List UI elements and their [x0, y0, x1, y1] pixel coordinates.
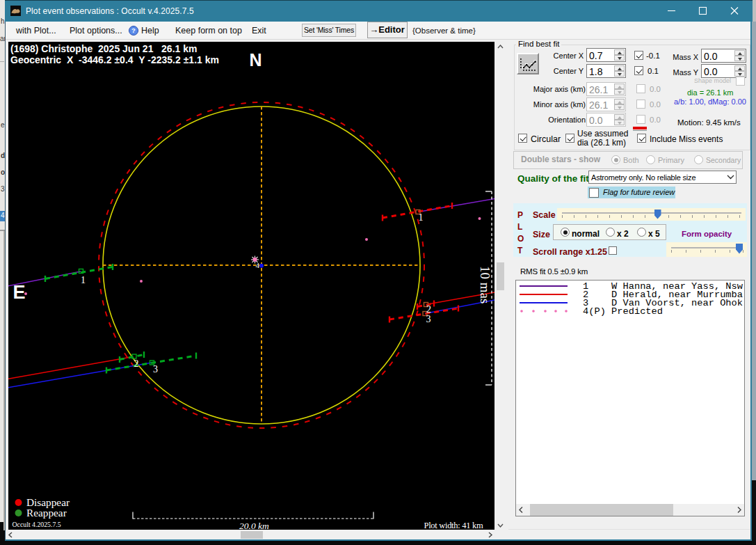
svg-text:Plot width: 41 km: Plot width: 41 km — [424, 521, 483, 530]
svg-text:2: 2 — [134, 358, 139, 369]
svg-text:N: N — [250, 50, 262, 70]
svg-text:E: E — [13, 282, 26, 303]
svg-text:4: 4 — [256, 261, 260, 269]
svg-text:10 mas: 10 mas — [478, 266, 492, 303]
svg-text:Occult 4.2025.7.5: Occult 4.2025.7.5 — [13, 521, 61, 528]
svg-text:2: 2 — [426, 304, 431, 315]
svg-text:1: 1 — [81, 275, 86, 285]
svg-text:(1698) Christophe 2025 Jun 21: (1698) Christophe 2025 Jun 21 26.1 km — [10, 43, 197, 54]
svg-text:Reappear: Reappear — [26, 507, 67, 519]
svg-text:Geocentric X -3446.2 ±0.4 Y: Geocentric X -3446.2 ±0.4 Y -2235.2 ±1.1… — [10, 54, 219, 65]
svg-text:20.0 km: 20.0 km — [239, 521, 269, 530]
svg-text:3: 3 — [426, 314, 431, 324]
svg-text:3: 3 — [153, 364, 158, 374]
svg-text:1: 1 — [419, 212, 424, 223]
